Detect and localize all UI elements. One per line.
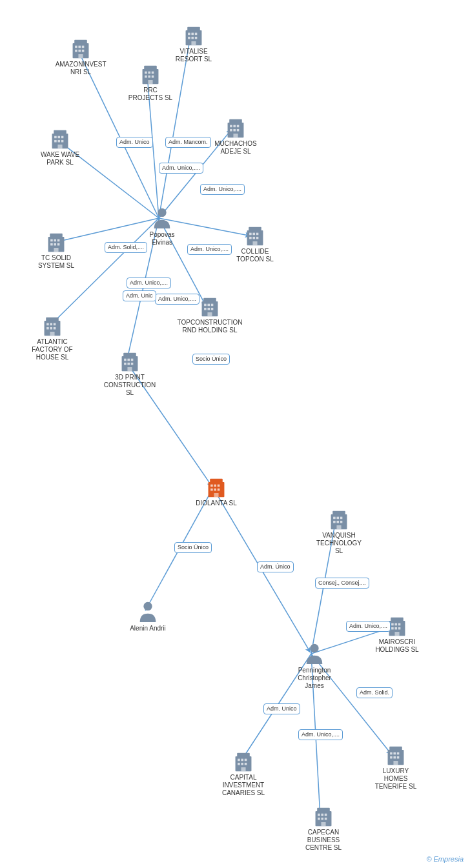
- svg-rect-98: [211, 308, 214, 310]
- svg-rect-48: [57, 136, 60, 139]
- svg-rect-143: [238, 763, 240, 765]
- svg-rect-157: [317, 808, 330, 812]
- svg-rect-122: [340, 517, 343, 520]
- svg-rect-154: [397, 756, 400, 759]
- svg-rect-110: [210, 479, 223, 483]
- svg-rect-23: [75, 50, 77, 52]
- svg-rect-40: [152, 72, 154, 74]
- svg-rect-60: [233, 129, 236, 132]
- svg-rect-58: [237, 125, 240, 128]
- svg-rect-38: [145, 72, 147, 74]
- svg-rect-121: [336, 517, 339, 520]
- svg-rect-34: [195, 37, 198, 39]
- svg-rect-68: [57, 239, 60, 242]
- svg-rect-160: [325, 814, 327, 816]
- svg-rect-158: [318, 814, 320, 816]
- svg-rect-155: [393, 761, 398, 765]
- svg-rect-84: [46, 323, 49, 326]
- svg-rect-71: [57, 243, 60, 246]
- svg-rect-20: [75, 46, 77, 48]
- svg-rect-162: [321, 818, 323, 820]
- node-atlantic: ATLANTIC FACTORY OF HOUSE SL: [30, 316, 75, 361]
- svg-rect-113: [218, 485, 220, 487]
- node-muchachos: MUCHACHOS ADEJE SL: [213, 118, 258, 156]
- svg-rect-24: [78, 50, 81, 52]
- role-badge-8: Adm. Unic: [123, 290, 156, 301]
- svg-rect-161: [318, 818, 320, 820]
- svg-rect-148: [389, 747, 402, 751]
- svg-rect-159: [321, 814, 323, 816]
- svg-rect-146: [241, 767, 245, 771]
- svg-rect-21: [78, 46, 81, 48]
- role-badge-15: Adm. Solid.: [356, 687, 393, 698]
- role-badge-0: Adm. Unico: [116, 137, 153, 148]
- svg-rect-105: [124, 363, 127, 365]
- svg-rect-107: [131, 363, 134, 365]
- node-label-topconstruction: TOPCONSTRUCTION RND HOLDING SL: [178, 319, 243, 334]
- node-label-rrc: RRC PROJECTS SL: [128, 86, 173, 102]
- svg-rect-30: [191, 33, 194, 35]
- svg-rect-124: [336, 521, 339, 523]
- svg-rect-104: [131, 359, 134, 361]
- svg-rect-125: [340, 521, 343, 523]
- node-amazoninvest: AMAZONINVEST NRI SL: [58, 39, 103, 76]
- svg-rect-61: [237, 129, 240, 132]
- node-label-print3d: 3D PRINT CONSTRUCTION SL: [104, 374, 156, 397]
- svg-rect-136: [398, 627, 401, 630]
- svg-rect-85: [50, 323, 52, 326]
- svg-rect-53: [57, 145, 62, 148]
- node-label-capecan: CAPECAN BUSINESS CENTRE SL: [301, 829, 346, 852]
- svg-rect-19: [74, 40, 87, 45]
- svg-rect-116: [218, 489, 220, 491]
- node-pennington: Pennington Christopher James: [292, 642, 337, 690]
- svg-rect-114: [210, 489, 213, 491]
- node-vitalise: VITALISE RESORT SL: [171, 26, 216, 63]
- node-label-collide: COLLIDE TOPCON SL: [232, 248, 278, 263]
- svg-rect-120: [333, 517, 336, 520]
- svg-rect-44: [148, 80, 152, 84]
- svg-rect-66: [50, 239, 53, 242]
- role-badge-5: Adm. Unico,....: [187, 244, 232, 255]
- role-badge-13: Adm. Unico,....: [346, 621, 391, 632]
- node-label-amazoninvest: AMAZONINVEST NRI SL: [56, 61, 107, 76]
- role-badge-10: Socio Único: [174, 542, 212, 553]
- svg-rect-106: [127, 363, 130, 365]
- svg-rect-108: [127, 367, 132, 371]
- svg-rect-70: [54, 243, 56, 246]
- svg-rect-50: [54, 140, 57, 143]
- svg-rect-33: [191, 37, 194, 39]
- svg-rect-67: [54, 239, 56, 242]
- node-label-alenin: Alenin Andrii: [130, 625, 166, 632]
- node-collide: COLLIDE TOPCON SL: [232, 226, 278, 263]
- node-alenin: Alenin Andrii: [125, 600, 170, 632]
- svg-rect-55: [229, 119, 242, 124]
- svg-rect-164: [321, 822, 325, 826]
- svg-rect-96: [204, 308, 207, 310]
- svg-rect-119: [332, 511, 345, 516]
- svg-rect-62: [233, 134, 238, 137]
- svg-point-63: [158, 208, 166, 217]
- svg-rect-149: [390, 752, 393, 755]
- node-wakewave: WAKE WAVE PARK SL: [37, 129, 83, 167]
- svg-rect-103: [127, 359, 130, 361]
- svg-rect-42: [148, 76, 150, 78]
- svg-rect-26: [78, 54, 83, 58]
- svg-rect-111: [210, 485, 213, 487]
- svg-rect-79: [252, 237, 255, 239]
- svg-rect-65: [50, 234, 63, 238]
- svg-rect-151: [397, 752, 400, 755]
- svg-rect-135: [394, 627, 397, 630]
- svg-rect-80: [256, 237, 259, 239]
- role-badge-2: Adm. Unico,....: [159, 163, 203, 174]
- svg-rect-43: [152, 76, 154, 78]
- node-rrc: RRC PROJECTS SL: [128, 65, 173, 102]
- svg-rect-152: [390, 756, 393, 759]
- node-label-vitalise: VITALISE RESORT SL: [171, 48, 216, 63]
- role-badge-12: Consej., Consej....: [315, 578, 369, 589]
- svg-rect-29: [188, 33, 190, 35]
- role-badge-6: Adm. Unico,....: [127, 278, 171, 288]
- svg-rect-99: [207, 312, 212, 316]
- role-badge-4: Adm. Solid,....: [105, 242, 147, 253]
- svg-rect-69: [50, 243, 53, 246]
- node-label-wakewave: WAKE WAVE PARK SL: [37, 151, 83, 167]
